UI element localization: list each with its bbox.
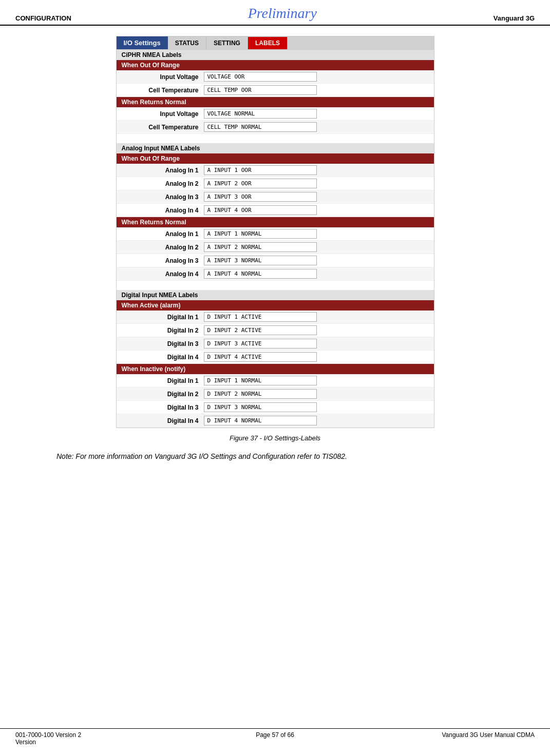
digital-active-row-1: Digital In 1 [117, 311, 434, 324]
digital-inactive-label-2: Digital In 2 [122, 391, 204, 398]
digital-active-subheader: When Active (alarm) [117, 300, 434, 311]
digital-active-label-1: Digital In 1 [122, 314, 204, 321]
ciphr-oor-row-1: Input Voltage [117, 70, 434, 84]
digital-inactive-input-2[interactable] [204, 389, 317, 399]
analog-normal-input-1[interactable] [204, 229, 317, 239]
main-content: I/O Settings STATUS SETTING LABELS CiPHR… [0, 26, 550, 471]
analog-normal-input-3[interactable] [204, 256, 317, 265]
ciphr-normal-row-2: Cell Temperature [117, 121, 434, 134]
ciphr-oor-input-2[interactable] [204, 85, 317, 95]
preliminary-label: Preliminary [71, 5, 494, 22]
tab-labels[interactable]: LABELS [248, 37, 288, 49]
ciphr-normal-row-1: Input Voltage [117, 107, 434, 121]
note-text: Note: For more information on Vanguard 3… [41, 452, 509, 460]
analog-oor-label-1: Analog In 1 [122, 167, 204, 174]
digital-active-row-4: Digital In 4 [117, 351, 434, 364]
digital-inactive-row-4: Digital In 4 [117, 414, 434, 428]
digital-inactive-row-1: Digital In 1 [117, 374, 434, 387]
footer-version-label: Version [15, 739, 36, 746]
analog-normal-row-2: Analog In 2 [117, 241, 434, 254]
ciphr-section-header: CiPHR NMEA Labels [117, 50, 434, 60]
digital-active-input-1[interactable] [204, 312, 317, 322]
analog-oor-label-4: Analog In 4 [122, 207, 204, 214]
digital-inactive-row-2: Digital In 2 [117, 387, 434, 401]
digital-active-label-2: Digital In 2 [122, 327, 204, 334]
ciphr-oor-subheader: When Out Of Range [117, 60, 434, 70]
page-header: CONFIGURATION Preliminary Vanguard 3G [0, 0, 550, 26]
digital-inactive-label-1: Digital In 1 [122, 377, 204, 384]
digital-section-header: Digital Input NMEA Labels [117, 290, 434, 300]
digital-active-input-2[interactable] [204, 325, 317, 335]
ciphr-normal-input-1[interactable] [204, 109, 317, 119]
analog-normal-row-3: Analog In 3 [117, 254, 434, 267]
digital-active-label-3: Digital In 3 [122, 340, 204, 347]
ciphr-normal-subheader: When Returns Normal [117, 97, 434, 107]
analog-oor-row-4: Analog In 4 [117, 204, 434, 217]
brand-label: Vanguard 3G [494, 5, 535, 22]
analog-oor-subheader: When Out Of Range [117, 153, 434, 164]
tab-status[interactable]: STATUS [168, 37, 206, 49]
analog-oor-input-2[interactable] [204, 179, 317, 188]
footer-center: Page 57 of 66 [188, 731, 362, 746]
analog-normal-input-2[interactable] [204, 242, 317, 252]
analog-normal-row-1: Analog In 1 [117, 227, 434, 241]
tab-bar: I/O Settings STATUS SETTING LABELS [117, 36, 434, 50]
digital-inactive-subheader: When Inactive (notify) [117, 364, 434, 374]
analog-oor-label-3: Analog In 3 [122, 193, 204, 201]
analog-normal-label-1: Analog In 1 [122, 230, 204, 238]
digital-active-row-2: Digital In 2 [117, 324, 434, 337]
panel-title: I/O Settings [117, 36, 168, 49]
analog-oor-row-3: Analog In 3 [117, 190, 434, 204]
analog-normal-label-3: Analog In 3 [122, 257, 204, 264]
analog-oor-input-1[interactable] [204, 165, 317, 175]
ciphr-normal-input-2[interactable] [204, 122, 317, 132]
page-footer: 001-7000-100 Version 2 Version Page 57 o… [0, 728, 550, 746]
digital-active-input-3[interactable] [204, 339, 317, 348]
ciphr-oor-label-1: Input Voltage [122, 73, 204, 81]
digital-inactive-input-1[interactable] [204, 376, 317, 385]
footer-right: Vanguard 3G User Manual CDMA [362, 731, 535, 746]
analog-oor-input-3[interactable] [204, 192, 317, 202]
digital-active-input-4[interactable] [204, 352, 317, 362]
settings-panel: I/O Settings STATUS SETTING LABELS CiPHR… [116, 36, 434, 428]
figure-caption: Figure 37 - I/O Settings-Labels [41, 434, 509, 442]
analog-normal-label-4: Analog In 4 [122, 270, 204, 278]
ciphr-oor-row-2: Cell Temperature [117, 84, 434, 97]
digital-active-row-3: Digital In 3 [117, 337, 434, 351]
analog-oor-label-2: Analog In 2 [122, 180, 204, 187]
analog-oor-row-1: Analog In 1 [117, 164, 434, 177]
tab-setting[interactable]: SETTING [206, 37, 248, 49]
footer-version: 001-7000-100 Version 2 [15, 731, 81, 739]
digital-inactive-label-3: Digital In 3 [122, 404, 204, 411]
analog-normal-row-4: Analog In 4 [117, 267, 434, 281]
header-center: Preliminary [71, 5, 494, 22]
ciphr-oor-label-2: Cell Temperature [122, 87, 204, 94]
footer-left: 001-7000-100 Version 2 Version [15, 731, 188, 746]
digital-inactive-input-4[interactable] [204, 416, 317, 425]
analog-normal-subheader: When Returns Normal [117, 217, 434, 227]
ciphr-normal-label-1: Input Voltage [122, 110, 204, 118]
spacer-1 [117, 134, 434, 143]
section-title: CONFIGURATION [15, 14, 71, 22]
spacer-2 [117, 281, 434, 290]
section-label: CONFIGURATION [15, 5, 71, 22]
analog-normal-input-4[interactable] [204, 269, 317, 279]
ciphr-oor-input-1[interactable] [204, 72, 317, 82]
analog-oor-row-2: Analog In 2 [117, 177, 434, 190]
digital-inactive-input-3[interactable] [204, 402, 317, 412]
analog-oor-input-4[interactable] [204, 205, 317, 215]
digital-active-label-4: Digital In 4 [122, 354, 204, 361]
analog-normal-label-2: Analog In 2 [122, 244, 204, 251]
ciphr-normal-label-2: Cell Temperature [122, 124, 204, 131]
digital-inactive-row-3: Digital In 3 [117, 401, 434, 414]
analog-section-header: Analog Input NMEA Labels [117, 143, 434, 153]
digital-inactive-label-4: Digital In 4 [122, 417, 204, 424]
